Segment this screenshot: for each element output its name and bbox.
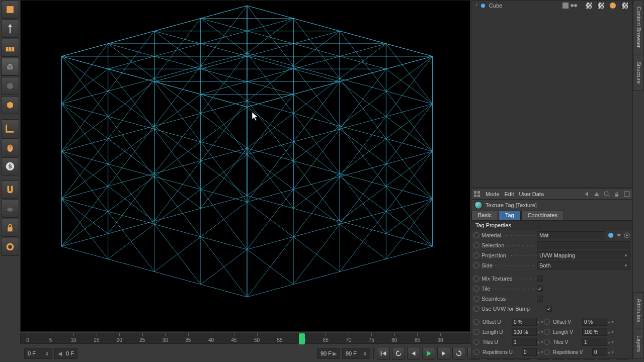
object-tool[interactable] [1,77,19,95]
start-frame-field[interactable]: 0 F▲▼ [24,348,52,359]
anim-dot[interactable] [544,349,550,355]
offset-v-field[interactable]: 0 % [582,318,607,326]
nav-search-icon[interactable] [603,191,610,198]
snap-tool[interactable]: S [1,157,19,175]
object-name[interactable]: Cube [488,3,560,9]
texture-tag-4[interactable] [620,1,629,10]
anim-dot[interactable] [544,319,550,325]
nav-back-icon[interactable] [583,191,590,198]
anim-dot[interactable] [473,252,479,258]
move-tool[interactable] [1,20,19,38]
tiles-u-field[interactable]: 1 [512,338,537,346]
layer-color-icon[interactable] [562,3,569,9]
anim-dot[interactable] [544,329,550,335]
next-frame-button[interactable] [437,347,450,360]
selection-field[interactable] [537,241,630,249]
left-toolbar: S [0,0,20,332]
mode-menu[interactable]: Mode [486,191,500,197]
workplane-tool[interactable] [1,200,19,218]
material-field[interactable]: Mat [537,231,605,239]
svg-rect-49 [474,195,476,197]
svg-marker-24 [412,351,416,356]
model-tool[interactable] [1,58,19,76]
visibility-dots[interactable] [571,4,577,7]
texture-tag-2[interactable] [596,1,605,10]
anim-dot[interactable] [544,339,550,345]
mix-label: Mix Textures [481,276,537,282]
mouse-tool[interactable] [1,138,19,156]
material-target-icon[interactable] [623,232,630,239]
magnet-tool[interactable] [1,180,19,199]
nav-up-icon[interactable] [593,191,600,198]
playhead[interactable] [299,333,305,344]
length-u-field[interactable]: 100 % [512,328,537,336]
right-dock-tabs: Content Browser Structure Attributes Lay… [633,0,644,359]
range-start-field[interactable]: ◀0 F [54,348,77,359]
lock-tool[interactable] [1,219,19,237]
tiles-v-field[interactable]: 1 [582,338,607,346]
uvw-bump-checkbox[interactable] [546,306,552,312]
live-selection-tool[interactable] [1,1,19,19]
anim-dot[interactable] [473,232,479,238]
vtab-attributes[interactable]: Attributes [633,292,644,328]
vtab-content-browser[interactable]: Content Browser [633,0,644,54]
mix-checkbox[interactable] [537,276,543,282]
prev-key-button[interactable] [392,347,405,360]
anim-dot[interactable] [473,349,479,355]
anim-dot[interactable] [473,319,479,325]
svg-marker-11 [7,102,14,109]
userdata-menu[interactable]: User Data [519,191,544,197]
nav-lock-icon[interactable] [613,191,620,198]
next-key-button[interactable] [452,347,465,360]
side-dropdown[interactable]: Both▼ [537,261,630,269]
svg-marker-1 [8,24,12,33]
axis-tool[interactable] [1,119,19,137]
vtab-layers[interactable]: Layers [633,329,644,358]
attribute-mode-icon[interactable] [473,191,480,198]
reps-v-field[interactable]: 0 [592,348,607,356]
anim-dot[interactable] [473,339,479,345]
projection-dropdown[interactable]: UVW Mapping▼ [537,251,630,259]
svg-marker-10 [7,82,14,90]
side-label: Side [481,262,537,268]
anim-dot[interactable] [473,262,479,268]
tab-coordinates[interactable]: Coordinates [521,211,564,220]
play-button[interactable] [422,347,435,360]
tile-checkbox[interactable] [537,286,543,292]
material-arrow-icon[interactable] [615,232,622,239]
tab-basic[interactable]: Basic [471,211,498,220]
material-picker-icon[interactable] [607,232,614,239]
nav-new-icon[interactable] [623,191,630,198]
anim-dot[interactable] [473,329,479,335]
end-frame-field[interactable]: 90 F▲▼ [342,348,370,359]
anim-dot[interactable] [473,296,479,302]
offset-u-field[interactable]: 0 % [512,318,537,326]
timeline-ruler[interactable]: 051015202530354045505560657075808590 [20,333,470,344]
texture-tag-1[interactable] [584,1,593,10]
cube-object-icon [480,3,486,9]
svg-marker-58 [617,234,621,237]
anim-dot[interactable] [473,242,479,248]
anim-dot[interactable] [473,276,479,282]
object-row[interactable]: └ Cube [471,1,632,11]
vtab-structure[interactable]: Structure [633,55,644,90]
texture-tag-3[interactable] [608,1,617,10]
texture-tool[interactable] [1,39,19,57]
goto-start-button[interactable] [377,347,390,360]
timeline[interactable]: 051015202530354045505560657075808590 [20,332,470,346]
uv-tool[interactable] [1,238,19,256]
viewport[interactable] [20,0,470,332]
range-end-field[interactable]: 90 F▶ [317,348,340,359]
seamless-checkbox[interactable] [537,296,543,302]
polygon-tool[interactable] [1,96,19,114]
svg-point-19 [8,245,12,248]
seamless-label: Seamless [481,296,537,302]
reps-u-field[interactable]: 0 [522,348,537,356]
prev-frame-button[interactable] [407,347,420,360]
anim-dot[interactable] [473,306,479,312]
length-v-field[interactable]: 100 % [582,328,607,336]
tab-tag[interactable]: Tag [499,211,521,220]
edit-menu[interactable]: Edit [505,191,514,197]
anim-dot[interactable] [473,286,479,292]
svg-marker-25 [427,351,432,356]
